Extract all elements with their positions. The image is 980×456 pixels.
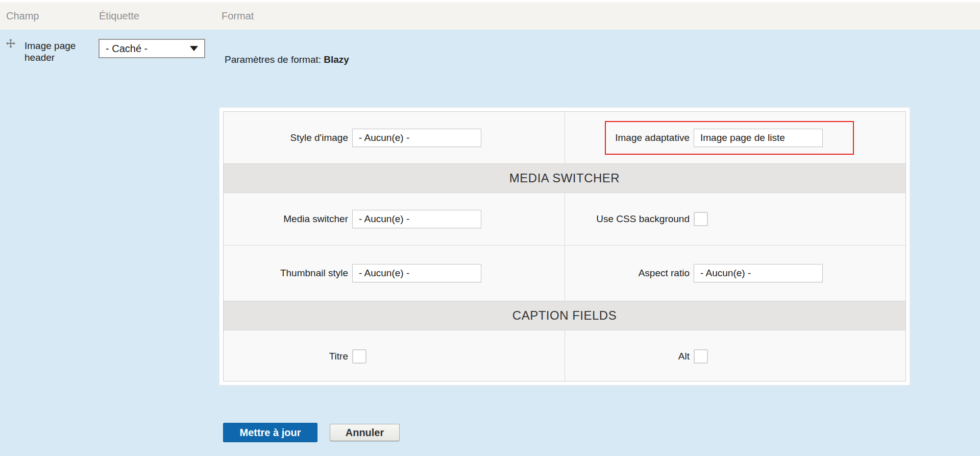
thumbnail-style-label: Thumbnail style [224, 268, 348, 279]
responsive-image-value: Image page de liste [700, 132, 785, 143]
format-settings-fieldset: Style d'image - Aucun(e) - Image adaptat… [223, 111, 906, 381]
drag-handle-icon[interactable] [6, 39, 15, 48]
section-title: MEDIA SWITCHER [509, 171, 620, 185]
section-header-caption-fields: CAPTION FIELDS [224, 301, 905, 330]
cell-media-switcher: Media switcher - Aucun(e) - [224, 193, 565, 245]
thumbnail-style-select[interactable]: - Aucun(e) - [352, 264, 481, 282]
label-visibility-select[interactable]: - Caché - [99, 39, 205, 58]
responsive-image-label: Image adaptative [565, 132, 690, 143]
aspect-ratio-value: - Aucun(e) - [700, 268, 751, 279]
column-header-etiquette: Étiquette [99, 10, 139, 22]
field-name: Image page header [24, 40, 86, 63]
image-style-label: Style d'image [224, 132, 348, 143]
css-background-checkbox[interactable] [694, 212, 708, 226]
cancel-button[interactable]: Annuler [330, 424, 400, 441]
settings-row-thumbnail: Thumbnail style - Aucun(e) - Aspect rati… [224, 245, 905, 301]
table-header: Champ Étiquette Format [0, 2, 980, 30]
alt-label: Alt [565, 351, 690, 362]
cell-titre: Titre [224, 330, 565, 382]
image-style-value: - Aucun(e) - [359, 132, 409, 143]
media-switcher-label: Media switcher [224, 213, 348, 225]
thumbnail-style-value: - Aucun(e) - [359, 268, 409, 279]
update-button[interactable]: Mettre à jour [223, 423, 317, 442]
aspect-ratio-select[interactable]: - Aucun(e) - [694, 264, 823, 282]
alt-checkbox[interactable] [694, 349, 708, 364]
column-header-champ: Champ [6, 10, 39, 22]
titre-label: Titre [224, 351, 348, 362]
media-switcher-value: - Aucun(e) - [359, 213, 409, 225]
media-switcher-select[interactable]: - Aucun(e) - [352, 210, 481, 228]
section-title: CAPTION FIELDS [512, 308, 617, 323]
settings-row-media-switcher: Media switcher - Aucun(e) - Use CSS back… [224, 193, 905, 245]
titre-checkbox[interactable] [352, 349, 366, 364]
cell-thumbnail-style: Thumbnail style - Aucun(e) - [224, 246, 565, 301]
chevron-down-icon [190, 46, 198, 51]
settings-row-image-style: Style d'image - Aucun(e) - Image adaptat… [224, 112, 905, 163]
section-header-media-switcher: MEDIA SWITCHER [224, 163, 905, 193]
label-visibility-value: - Caché - [106, 43, 148, 55]
responsive-image-select[interactable]: Image page de liste [694, 129, 823, 147]
cell-image-style: Style d'image - Aucun(e) - [224, 112, 565, 163]
format-settings-panel: Style d'image - Aucun(e) - Image adaptat… [219, 107, 910, 386]
format-name: Blazy [324, 54, 349, 65]
aspect-ratio-label: Aspect ratio [565, 268, 690, 279]
css-background-label: Use CSS background [565, 213, 690, 225]
cell-alt: Alt [565, 330, 905, 382]
format-summary: Paramètres de format: Blazy [225, 54, 349, 65]
format-summary-prefix: Paramètres de format: [225, 54, 324, 65]
cell-css-background: Use CSS background [565, 193, 905, 245]
settings-row-captions: Titre Alt [224, 330, 905, 382]
cell-responsive-image: Image adaptative Image page de liste [565, 112, 905, 163]
column-header-format: Format [222, 10, 254, 22]
image-style-select[interactable]: - Aucun(e) - [352, 129, 481, 147]
cell-aspect-ratio: Aspect ratio - Aucun(e) - [565, 246, 905, 301]
